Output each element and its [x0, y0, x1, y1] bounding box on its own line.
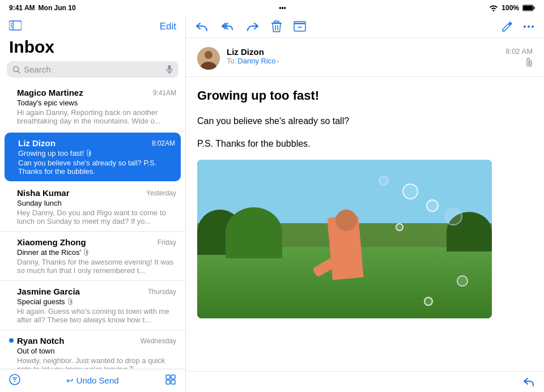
- mail-sender: Ryan Notch: [17, 336, 64, 346]
- mail-list-toolbar: Edit: [0, 16, 185, 35]
- mail-items: Magico Martinez 9:41AM Today's epic view…: [0, 82, 185, 369]
- reply-button[interactable]: [522, 376, 535, 387]
- mail-list-item[interactable]: Jasmine Garcia Thursday Special guests H…: [0, 281, 185, 330]
- mail-list-item[interactable]: Liz Dizon 8:02AM Growing up too fast! Ca…: [5, 133, 181, 181]
- mail-sender: Magico Martinez: [17, 88, 83, 97]
- email-meta: 8:02 AM: [505, 47, 533, 67]
- search-icon: [12, 66, 20, 74]
- mail-list-item[interactable]: Xiaomeng Zhong Friday Dinner at the Rico…: [0, 232, 185, 281]
- search-input[interactable]: [24, 65, 163, 74]
- status-dots: •••: [279, 4, 286, 12]
- svg-rect-26: [294, 22, 305, 24]
- status-bar-right: 100%: [489, 4, 535, 12]
- mail-subject: Today's epic views: [17, 99, 176, 107]
- mail-list-panel: Edit Inbox Magico Mar: [0, 16, 186, 392]
- edit-button[interactable]: Edit: [160, 21, 176, 32]
- mail-preview: Danny, Thanks for the awesome evening! I…: [17, 258, 176, 275]
- forward-button[interactable]: [246, 21, 260, 32]
- mail-subject: Out of town: [17, 347, 176, 355]
- battery-level: 100%: [502, 4, 519, 12]
- reply-all-button[interactable]: [220, 21, 235, 32]
- mail-subject: Sunday lunch: [17, 199, 176, 207]
- search-bar[interactable]: [7, 61, 178, 78]
- attachment-icon: [83, 249, 89, 256]
- unread-dot: [9, 338, 14, 343]
- battery-icon: [522, 5, 535, 11]
- mail-time: 9:41AM: [153, 89, 176, 97]
- email-body-line1: Can you believe she's already so tall?: [197, 114, 533, 128]
- svg-rect-19: [166, 380, 170, 384]
- svg-point-28: [524, 25, 526, 28]
- email-bottom-bar: [186, 371, 544, 392]
- main-layout: Edit Inbox Magico Mar: [0, 16, 544, 392]
- mail-list-item[interactable]: Nisha Kumar Yesterday Sunday lunch Hey D…: [0, 182, 185, 232]
- svg-rect-10: [168, 65, 171, 70]
- status-bar-center: •••: [279, 4, 286, 12]
- email-body-line2: P.S. Thanks for the bubbles.: [197, 137, 533, 151]
- filter-button[interactable]: [9, 374, 20, 387]
- mail-sender: Liz Dizon: [18, 138, 56, 148]
- svg-rect-1: [534, 7, 535, 10]
- status-time: 9:41 AM: [9, 4, 35, 12]
- mail-time: Yesterday: [146, 189, 176, 197]
- archive-button[interactable]: [294, 21, 306, 32]
- mic-icon[interactable]: [166, 65, 173, 74]
- attachment-detail-icon: [526, 58, 533, 67]
- email-to-name[interactable]: Danny Rico: [237, 57, 275, 65]
- compose-button[interactable]: [501, 20, 513, 33]
- mail-time: 8:02AM: [152, 139, 175, 147]
- email-from: Liz Dizon: [227, 47, 505, 57]
- mail-time: Friday: [158, 238, 176, 246]
- inbox-title: Inbox: [0, 35, 185, 61]
- mail-time: Thursday: [148, 288, 176, 296]
- mail-sender: Nisha Kumar: [17, 188, 70, 198]
- status-bar: 9:41 AM Mon Jun 10 ••• 100%: [0, 0, 544, 16]
- wifi-icon: [489, 5, 498, 11]
- mail-subject: Dinner at the Ricos': [17, 248, 176, 257]
- email-toolbar-left: [195, 20, 306, 33]
- email-subject-line: Growing up too fast!: [197, 88, 533, 103]
- mail-sender: Xiaomeng Zhong: [17, 237, 86, 247]
- email-body: Growing up too fast! Can you believe she…: [186, 77, 544, 371]
- mail-list-item[interactable]: Ryan Notch Wednesday Out of town Howdy, …: [0, 330, 185, 369]
- svg-point-30: [532, 25, 534, 28]
- svg-line-9: [18, 71, 20, 73]
- svg-rect-2: [523, 6, 533, 10]
- email-toolbar: [186, 16, 544, 38]
- reply-back-button[interactable]: [195, 21, 209, 32]
- email-to-chevron: ›: [277, 58, 279, 65]
- mail-preview: Hey Danny, Do you and Rigo want to come …: [17, 208, 176, 225]
- svg-point-29: [528, 25, 530, 28]
- multiselect-button[interactable]: [165, 374, 176, 387]
- mail-time: Wednesday: [141, 337, 176, 345]
- mail-list-bottom: ↩ Undo Send: [0, 369, 185, 392]
- svg-rect-22: [274, 21, 279, 23]
- mail-list-item[interactable]: Magico Martinez 9:41AM Today's epic view…: [0, 82, 185, 131]
- mail-sender: Jasmine Garcia: [17, 287, 80, 296]
- mail-preview: Howdy, neighbor. Just wanted to drop a q…: [17, 356, 176, 369]
- svg-rect-18: [171, 375, 175, 379]
- mail-subject: Special guests: [17, 297, 176, 306]
- svg-point-32: [205, 51, 212, 59]
- sidebar-toggle-button[interactable]: [9, 20, 22, 33]
- mail-subject: Growing up too fast!: [18, 149, 175, 157]
- attachment-icon: [86, 150, 92, 157]
- email-toolbar-right: [501, 20, 535, 33]
- email-time: 8:02 AM: [505, 47, 533, 56]
- email-to: To: Danny Rico ›: [227, 57, 505, 65]
- mail-preview: Can you believe she's already so tall? P…: [18, 159, 175, 176]
- svg-rect-20: [171, 380, 175, 384]
- email-header-info: Liz Dizon To: Danny Rico ›: [227, 47, 505, 65]
- status-bar-left: 9:41 AM Mon Jun 10: [9, 4, 76, 12]
- mail-preview: Hi again. Guess who's coming to town wit…: [17, 307, 176, 324]
- delete-button[interactable]: [271, 20, 282, 33]
- email-detail-panel: Liz Dizon To: Danny Rico › 8:02 AM Growi…: [186, 16, 544, 392]
- sender-avatar: [197, 47, 220, 70]
- mail-preview: Hi again Danny, Reporting back on anothe…: [17, 108, 176, 125]
- status-date: Mon Jun 10: [39, 4, 76, 12]
- email-image: [197, 160, 492, 318]
- email-header: Liz Dizon To: Danny Rico › 8:02 AM: [186, 38, 544, 77]
- attachment-icon: [67, 298, 73, 305]
- undo-send-button[interactable]: ↩ Undo Send: [66, 376, 118, 386]
- more-button[interactable]: [522, 20, 535, 33]
